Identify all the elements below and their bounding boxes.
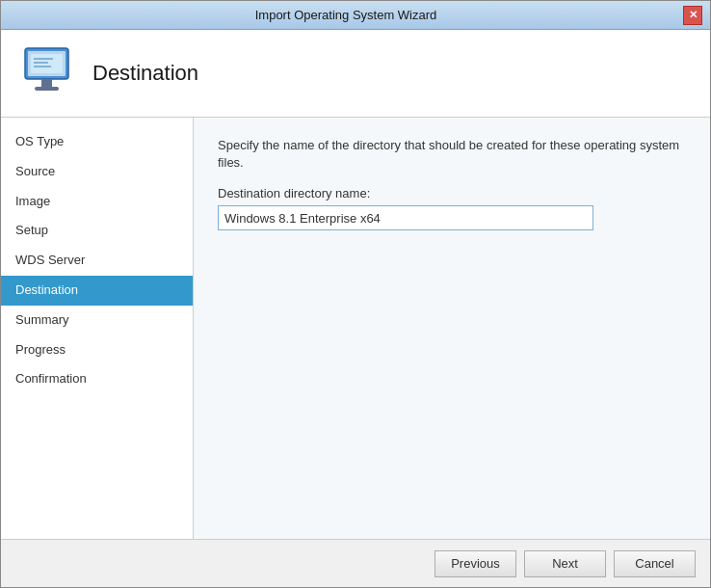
previous-button[interactable]: Previous	[434, 550, 516, 577]
sidebar-item-destination[interactable]: Destination	[1, 276, 193, 306]
instruction-text: Specify the name of the directory that s…	[218, 137, 686, 172]
destination-directory-input[interactable]	[218, 205, 593, 230]
sidebar-item-wdsserver[interactable]: WDS Server	[1, 246, 193, 276]
svg-rect-6	[34, 62, 48, 64]
header-title: Destination	[92, 61, 198, 86]
sidebar-item-summary[interactable]: Summary	[1, 306, 193, 335]
field-label: Destination directory name:	[218, 186, 686, 200]
close-button[interactable]: ✕	[683, 6, 702, 25]
sidebar-item-source[interactable]: Source	[1, 157, 193, 187]
main-content: Specify the name of the directory that s…	[194, 118, 710, 539]
sidebar-item-setup[interactable]: Setup	[1, 216, 193, 246]
header-section: Destination	[1, 30, 710, 118]
svg-rect-2	[41, 79, 52, 87]
svg-rect-3	[35, 87, 59, 91]
content-area: OS Type Source Image Setup WDS Server De…	[1, 118, 710, 539]
wizard-window: Import Operating System Wizard ✕ Destina…	[0, 0, 711, 588]
footer: Previous Next Cancel	[1, 539, 710, 587]
sidebar-item-progress[interactable]: Progress	[1, 335, 193, 365]
title-bar: Import Operating System Wizard ✕	[1, 1, 710, 30]
sidebar-item-confirmation[interactable]: Confirmation	[1, 364, 193, 394]
svg-rect-5	[34, 58, 53, 60]
computer-icon	[20, 44, 78, 102]
sidebar-item-ostype[interactable]: OS Type	[1, 127, 193, 157]
sidebar: OS Type Source Image Setup WDS Server De…	[1, 118, 194, 539]
cancel-button[interactable]: Cancel	[614, 550, 696, 577]
window-title: Import Operating System Wizard	[9, 8, 683, 22]
sidebar-item-image[interactable]: Image	[1, 187, 193, 217]
next-button[interactable]: Next	[524, 550, 606, 577]
svg-rect-7	[34, 66, 51, 67]
